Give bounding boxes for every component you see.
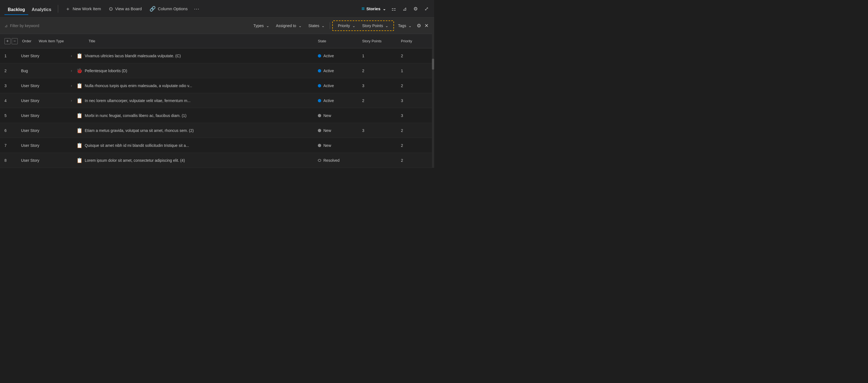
expand-collapse-buttons: ＋ － xyxy=(4,38,18,44)
cell-story-points: 3 xyxy=(362,83,401,88)
title-column-header: Title xyxy=(89,39,318,43)
tags-chevron-icon xyxy=(408,24,412,28)
state-label: New xyxy=(323,113,331,118)
cell-title: 📋 Morbi in nunc feugiat, convallis liber… xyxy=(71,112,318,118)
user-story-icon: 📋 xyxy=(76,142,83,148)
expand-icon[interactable]: ⤢ xyxy=(423,5,430,13)
scrollbar-track[interactable] xyxy=(432,18,434,168)
cell-priority: 2 xyxy=(401,158,434,163)
cell-title: 📋 Quisque sit amet nibh id mi blandit so… xyxy=(71,142,318,148)
table-row[interactable]: 5 User Story 📋 Morbi in nunc feugiat, co… xyxy=(0,108,434,123)
cell-type: User Story xyxy=(21,143,71,148)
search-icon: ⊿ xyxy=(4,24,8,28)
state-dot xyxy=(318,159,321,162)
user-story-icon: 📋 xyxy=(76,83,83,89)
types-filter[interactable]: Types xyxy=(251,22,272,29)
table-body: 1 User Story › 📋 Vivamus ultricies lacus… xyxy=(0,48,434,168)
tab-analytics[interactable]: Analytics xyxy=(28,5,55,15)
cell-order: 8 xyxy=(4,158,21,163)
stories-button[interactable]: ≡ Stories xyxy=(361,5,386,12)
filter-settings-button[interactable]: ⚙ xyxy=(415,22,422,30)
table-row[interactable]: 1 User Story › 📋 Vivamus ultricies lacus… xyxy=(0,48,434,63)
table-row[interactable]: 7 User Story 📋 Quisque sit amet nibh id … xyxy=(0,138,434,153)
filter-close-button[interactable]: ✕ xyxy=(423,22,430,30)
title-text[interactable]: Morbi in nunc feugiat, convallis libero … xyxy=(85,113,186,118)
title-text[interactable]: Quisque sit amet nibh id mi blandit soll… xyxy=(85,143,189,148)
cell-title: › 🐞 Pellentesque lobortis (D) xyxy=(71,68,318,74)
plus-icon: ＋ xyxy=(65,5,70,12)
state-dot xyxy=(318,144,321,147)
cell-priority: 3 xyxy=(401,99,434,103)
cell-type: User Story xyxy=(21,128,71,133)
user-story-icon: 📋 xyxy=(76,128,83,134)
cell-priority: 2 xyxy=(401,143,434,148)
title-text[interactable]: Nulla rhoncus turpis quis enim malesuada… xyxy=(85,83,192,88)
priority-filter[interactable]: Priority xyxy=(335,22,358,29)
cell-state: Resolved xyxy=(318,158,362,163)
types-chevron-icon xyxy=(266,24,270,28)
toolbar-right: ≡ Stories ⚏ ⊿ ⚙ ⤢ xyxy=(361,5,430,13)
column-options-button[interactable]: 🔗 Column Options xyxy=(146,4,192,13)
table-row[interactable]: 4 User Story › 📋 In nec lorem ullamcorpe… xyxy=(0,93,434,108)
state-label: Active xyxy=(323,54,334,58)
title-text[interactable]: In nec lorem ullamcorper, vulputate veli… xyxy=(85,99,190,103)
title-text[interactable]: Pellentesque lobortis (D) xyxy=(85,69,127,73)
cell-story-points: 3 xyxy=(362,128,401,133)
cell-order: 2 xyxy=(4,69,21,73)
user-story-icon: 📋 xyxy=(76,112,83,118)
cell-story-points: 2 xyxy=(362,69,401,73)
state-dot xyxy=(318,84,321,88)
story-points-filter[interactable]: Story Points xyxy=(360,22,391,29)
adjust-icon[interactable]: ⚏ xyxy=(391,5,397,13)
title-text[interactable]: Lorem ipsum dolor sit amet, consectetur … xyxy=(85,158,185,163)
states-filter[interactable]: States xyxy=(306,22,328,29)
collapse-all-button[interactable]: － xyxy=(12,38,18,44)
assigned-to-filter[interactable]: Assigned to xyxy=(273,22,305,29)
tags-filter[interactable]: Tags xyxy=(395,22,414,29)
expand-arrow[interactable]: › xyxy=(71,99,74,103)
stories-icon: ≡ xyxy=(361,5,365,12)
tab-backlog[interactable]: Backlog xyxy=(4,5,28,15)
scrollbar-thumb[interactable] xyxy=(432,59,434,70)
filter-search[interactable]: ⊿ Filter by keyword xyxy=(4,24,65,28)
cell-story-points: 1 xyxy=(362,54,401,58)
cell-type: User Story xyxy=(21,54,71,58)
stories-chevron-icon xyxy=(382,6,386,11)
assigned-to-chevron-icon xyxy=(298,24,302,28)
table-row[interactable]: 8 User Story 📋 Lorem ipsum dolor sit ame… xyxy=(0,153,434,168)
title-text[interactable]: Etiam a metus gravida, volutpat urna sit… xyxy=(85,128,194,133)
cell-type: User Story xyxy=(21,158,71,163)
cell-state: New xyxy=(318,143,362,148)
state-label: Active xyxy=(323,99,334,103)
cell-state: New xyxy=(318,128,362,133)
more-options-button[interactable]: ⋯ xyxy=(192,4,202,13)
expand-arrow[interactable]: › xyxy=(71,84,74,88)
state-dot xyxy=(318,99,321,102)
view-as-board-button[interactable]: ⊙ View as Board xyxy=(105,4,146,13)
new-work-item-button[interactable]: ＋ New Work Item xyxy=(61,4,105,14)
state-column-header: State xyxy=(318,39,362,43)
states-chevron-icon xyxy=(321,24,325,28)
table-row[interactable]: 6 User Story 📋 Etiam a metus gravida, vo… xyxy=(0,123,434,138)
expand-arrow[interactable]: › xyxy=(71,69,74,73)
title-text[interactable]: Vivamus ultricies lacus blandit malesuad… xyxy=(85,54,181,58)
board-icon: ⊙ xyxy=(109,6,113,12)
table-row[interactable]: 2 Bug › 🐞 Pellentesque lobortis (D) Acti… xyxy=(0,63,434,78)
filter-icon[interactable]: ⊿ xyxy=(401,5,408,13)
priority-column-header: Priority xyxy=(401,39,434,43)
expand-all-button[interactable]: ＋ xyxy=(4,38,10,44)
toolbar: Backlog Analytics ＋ New Work Item ⊙ View… xyxy=(0,0,434,18)
cell-priority: 2 xyxy=(401,54,434,58)
settings-icon[interactable]: ⚙ xyxy=(412,5,419,13)
column-icon: 🔗 xyxy=(150,6,156,12)
table-header: ＋ － Order Work Item Type Title State Sto… xyxy=(0,34,434,48)
expand-arrow[interactable]: › xyxy=(71,54,74,58)
cell-order: 3 xyxy=(4,83,21,88)
cell-title: 📋 Lorem ipsum dolor sit amet, consectetu… xyxy=(71,158,318,164)
table-row[interactable]: 3 User Story › 📋 Nulla rhoncus turpis qu… xyxy=(0,78,434,93)
cell-order: 5 xyxy=(4,113,21,118)
cell-title: 📋 Etiam a metus gravida, volutpat urna s… xyxy=(71,128,318,134)
filter-keyword-label: Filter by keyword xyxy=(10,24,39,28)
user-story-icon: 📋 xyxy=(76,158,83,164)
cell-state: New xyxy=(318,113,362,118)
